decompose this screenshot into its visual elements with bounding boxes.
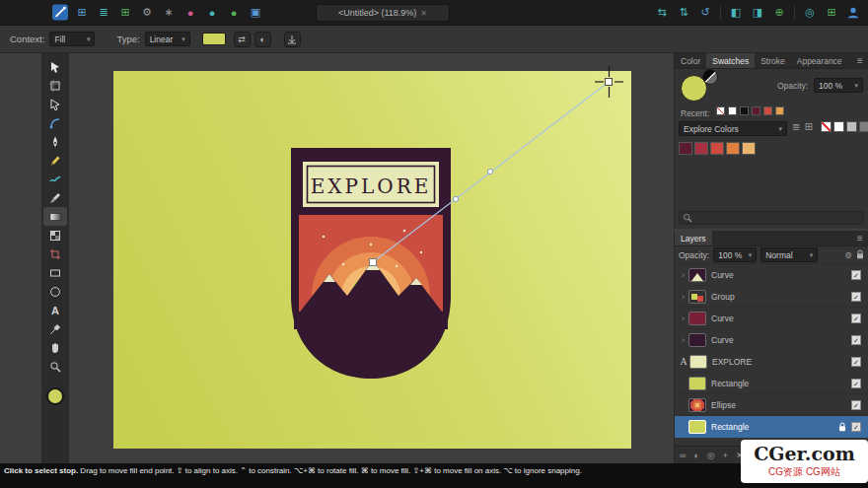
link-layer-icon[interactable]: ∞ [680,451,686,460]
margins-icon[interactable]: ⊞ [117,5,133,21]
palette-select[interactable]: Explore Colors ▾ [679,121,787,136]
add-layer-icon[interactable]: + [723,451,728,460]
layer-row[interactable]: › Curve ✓ [675,329,868,351]
context-select[interactable]: Fill ▾ [49,32,95,46]
apply-fill-button[interactable] [284,32,301,47]
palette-swatch[interactable] [726,142,740,155]
recent-swatch[interactable] [752,106,760,115]
fill-gradient-tool[interactable] [43,207,67,226]
tab-stroke[interactable]: Stroke [755,53,791,68]
panel-menu-icon[interactable]: ≡ [852,53,868,68]
document-close-icon[interactable]: ✕ [420,9,427,18]
layer-visibility-checkbox[interactable]: ✓ [851,422,861,432]
arrange-back-icon[interactable]: ◨ [750,5,765,21]
snapping-options-icon[interactable]: ∗ [161,5,177,21]
settings-gear-icon[interactable]: ⚙ [139,5,155,21]
layer-visibility-checkbox[interactable]: ✓ [851,400,861,410]
layer-row[interactable]: › Curve ✓ [675,264,868,286]
layer-row[interactable]: › Curve ✓ [675,308,868,329]
white-swatch[interactable] [833,121,844,132]
text-tool[interactable]: A [43,301,67,319]
adjustment-layer-icon[interactable]: ◎ [707,451,715,460]
color-picker-tool[interactable] [43,319,67,338]
tab-layers[interactable]: Layers [675,231,712,245]
palette-swatch[interactable] [742,142,756,155]
view-hand-tool[interactable] [43,338,67,357]
swatch-opacity-select[interactable]: 100 % ▾ [814,78,863,93]
layer-visibility-checkbox[interactable]: ✓ [851,357,861,367]
gray-swatch[interactable] [859,121,868,132]
artboard-tool[interactable] [43,76,67,95]
grid-options-icon[interactable]: ⊞ [74,5,90,21]
blend-options-gear-icon[interactable]: ⚙ [844,250,852,260]
tab-appearance[interactable]: Appearance [791,53,848,68]
tab-swatches[interactable]: Swatches [706,53,755,68]
vector-brush-tool[interactable] [43,170,67,188]
layer-row[interactable]: Rectangle ✓ [675,373,868,394]
node-tool[interactable] [43,95,67,113]
swatch-search-input[interactable] [679,211,864,225]
blend-mode-select[interactable]: Normal ▾ [760,247,818,262]
paint-brush-tool[interactable] [43,188,67,207]
reverse-gradient-button[interactable]: ⇄ [234,32,251,47]
layers-opacity-select[interactable]: 100 % ▾ [713,247,757,262]
zoom-tool[interactable] [43,357,67,376]
gradient-type-select[interactable]: Linear ▾ [145,32,190,46]
palette-swatch[interactable] [694,142,708,155]
current-fill-color-chip[interactable] [46,387,64,405]
rotate-ccw-icon[interactable]: ↺ [697,5,713,21]
gray-swatch[interactable] [846,121,857,132]
document-title[interactable]: <Untitled> (118.9%) ✕ [316,4,450,22]
snap-to-grid-icon[interactable]: ● [204,5,220,21]
chevron-right-icon[interactable]: › [679,292,687,302]
palette-list-view-icon[interactable]: ≣ [792,121,800,132]
snap-candidates-icon[interactable]: ▣ [248,5,263,21]
quick-grid-icon[interactable]: ⊞ [824,5,839,21]
lock-icon[interactable] [838,422,846,432]
no-fill-swatch[interactable] [821,121,832,132]
palette-grid-view-icon[interactable]: ⊞ [804,121,812,132]
layer-row-selected[interactable]: Rectangle ✓ [675,416,868,438]
insert-inside-icon[interactable]: ⊕ [771,5,787,21]
rotate-gradient-button[interactable]: ◐ [254,32,271,47]
recent-swatch[interactable] [763,106,772,115]
snap-to-pixel-icon[interactable]: ● [226,5,242,21]
ellipse-tool[interactable] [43,282,67,301]
gradient-color-chip[interactable] [202,33,226,45]
chevron-right-icon[interactable]: › [679,314,687,323]
account-person-icon[interactable] [845,5,861,21]
active-stroke-swatch[interactable] [702,69,718,85]
vector-crop-tool[interactable] [43,244,67,263]
recent-swatch[interactable] [775,106,784,115]
artboard[interactable]: EXPLORE [113,71,631,449]
chevron-right-icon[interactable]: › [679,270,687,280]
chevron-right-icon[interactable]: › [679,335,687,345]
flip-horizontal-icon[interactable]: ⇆ [654,5,670,21]
corner-tool[interactable] [43,113,67,132]
layer-visibility-checkbox[interactable]: ✓ [851,292,861,302]
layer-row[interactable]: Ellipse ✓ [675,394,868,416]
layer-visibility-checkbox[interactable]: ✓ [851,335,861,345]
column-guides-icon[interactable]: ≣ [96,5,111,21]
mask-layer-icon[interactable]: ◐ [693,451,698,460]
palette-swatch[interactable] [679,142,692,155]
layer-row[interactable]: A EXPLORE ✓ [675,351,868,373]
panel-menu-icon[interactable]: ≡ [852,231,868,245]
layer-visibility-checkbox[interactable]: ✓ [851,379,861,388]
preview-mode-icon[interactable]: ◎ [802,5,818,21]
recent-swatch[interactable] [728,106,737,115]
transparency-tool[interactable] [43,226,67,244]
layer-visibility-checkbox[interactable]: ✓ [851,270,861,280]
layer-visibility-checkbox[interactable]: ✓ [851,314,861,323]
recent-swatch[interactable] [740,106,749,115]
tab-color[interactable]: Color [675,53,706,68]
rectangle-tool[interactable] [43,263,67,282]
layer-row[interactable]: › Group ✓ [675,286,868,308]
recent-swatch[interactable] [716,106,725,115]
snap-to-object-icon[interactable]: ● [182,5,198,21]
move-tool[interactable] [43,57,67,76]
arrange-front-icon[interactable]: ◧ [728,5,744,21]
lock-icon[interactable] [856,249,864,261]
canvas-viewport[interactable]: EXPLORE [0,53,674,463]
palette-swatch[interactable] [710,142,724,155]
